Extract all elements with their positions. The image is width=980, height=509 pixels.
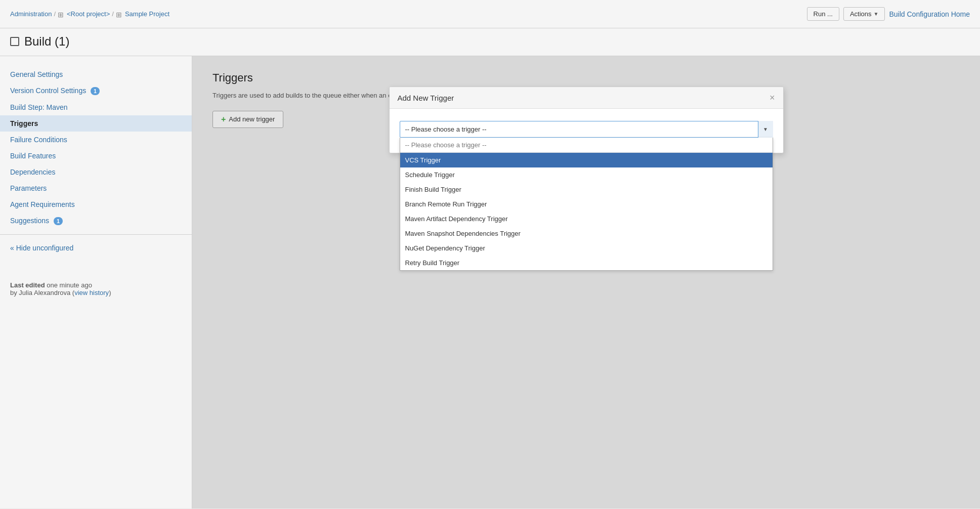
actions-button[interactable]: Actions ▼ [843,7,885,21]
edited-by: by Julia Alexandrova [10,289,70,296]
sidebar-item-suggestions[interactable]: Suggestions 1 [0,213,192,229]
last-edited-time: one minute ago [47,281,92,289]
topbar: Administration / <Root project> / Sample… [0,0,980,28]
breadcrumb: Administration / <Root project> / Sample… [10,10,169,18]
breadcrumb-admin[interactable]: Administration [10,10,52,18]
build-icon [10,37,19,46]
sidebar-footer: Last edited one minute ago by Julia Alex… [0,271,192,307]
grid-icon-project [116,11,123,18]
modal-close-button[interactable]: × [770,93,775,102]
dropdown-item-vcs[interactable]: VCS Trigger [400,153,773,167]
content-area: Triggers Triggers are used to add builds… [192,56,980,508]
add-trigger-modal: Add New Trigger × -- Please choose a tri… [389,87,784,153]
dropdown-item-maven-artifact[interactable]: Maven Artifact Dependency Trigger [400,211,773,226]
hide-unconfigured-link[interactable]: « Hide unconfigured [0,240,192,256]
sidebar-item-parameters[interactable]: Parameters [0,180,192,196]
sidebar-divider [0,234,192,235]
build-config-home-link[interactable]: Build Configuration Home [889,10,970,18]
page-header: Build (1) [0,28,980,56]
modal-overlay: Add New Trigger × -- Please choose a tri… [192,56,980,508]
select-current-value: -- Please choose a trigger -- [405,125,487,133]
breadcrumb-sep2: / [112,10,114,18]
version-control-badge: 1 [91,87,100,95]
trigger-select-display[interactable]: -- Please choose a trigger -- [400,121,773,138]
modal-header: Add New Trigger × [390,87,783,109]
sidebar-item-general-settings[interactable]: General Settings [0,66,192,82]
main-layout: General Settings Version Control Setting… [0,56,980,508]
breadcrumb-root-project[interactable]: <Root project> [67,10,110,18]
breadcrumb-sep1: / [54,10,56,18]
dropdown-item-placeholder[interactable]: -- Please choose a trigger -- [400,138,773,153]
trigger-dropdown-list: -- Please choose a trigger --VCS Trigger… [400,138,773,271]
topbar-actions: Run ... Actions ▼ Build Configuration Ho… [807,7,970,21]
modal-body: -- Please choose a trigger -- -- Please … [390,109,783,153]
select-arrow-button[interactable] [758,121,773,138]
sidebar-item-build-features[interactable]: Build Features [0,148,192,164]
dropdown-item-finish-build[interactable]: Finish Build Trigger [400,182,773,197]
dropdown-item-branch-remote-run[interactable]: Branch Remote Run Trigger [400,197,773,211]
sidebar-item-failure-conditions[interactable]: Failure Conditions [0,132,192,148]
sidebar-item-build-step-maven[interactable]: Build Step: Maven [0,99,192,115]
sidebar-item-triggers[interactable]: Triggers [0,115,192,132]
view-history-link[interactable]: view history [74,289,109,296]
last-edited-label: Last edited [10,281,45,289]
dropdown-item-schedule[interactable]: Schedule Trigger [400,167,773,182]
sidebar-item-version-control-settings[interactable]: Version Control Settings 1 [0,82,192,99]
sidebar-item-dependencies[interactable]: Dependencies [0,164,192,180]
dropdown-item-nuget[interactable]: NuGet Dependency Trigger [400,241,773,256]
modal-title: Add New Trigger [398,94,454,102]
breadcrumb-project[interactable]: Sample Project [125,10,169,18]
dropdown-item-maven-snapshot[interactable]: Maven Snapshot Dependencies Trigger [400,226,773,241]
suggestions-badge: 1 [54,217,63,225]
actions-dropdown-arrow: ▼ [874,11,879,17]
dropdown-item-retry[interactable]: Retry Build Trigger [400,256,773,270]
trigger-select-wrapper: -- Please choose a trigger -- -- Please … [400,121,773,138]
sidebar: General Settings Version Control Setting… [0,56,192,508]
grid-icon-root [58,11,65,18]
page-title: Build (1) [24,34,69,49]
sidebar-item-agent-requirements[interactable]: Agent Requirements [0,196,192,213]
run-button[interactable]: Run ... [807,7,839,21]
